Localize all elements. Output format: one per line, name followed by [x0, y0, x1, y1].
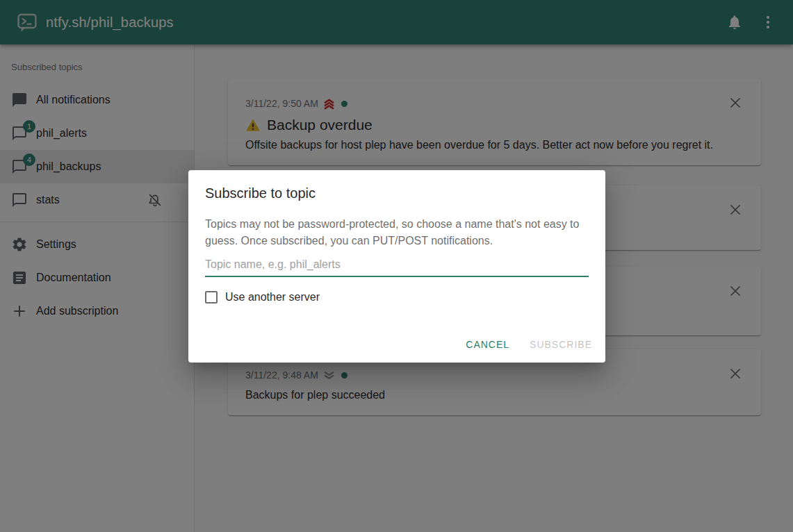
- dialog-description: Topics may not be password-protected, so…: [205, 216, 589, 249]
- dialog-actions: CANCEL SUBSCRIBE: [188, 333, 605, 363]
- use-another-server-checkbox-row[interactable]: Use another server: [205, 291, 589, 304]
- subscribe-dialog: Subscribe to topic Topics may not be pas…: [188, 170, 605, 363]
- dialog-title: Subscribe to topic: [205, 185, 589, 201]
- checkbox-unchecked-icon[interactable]: [205, 291, 218, 304]
- checkbox-label: Use another server: [225, 291, 320, 304]
- cancel-button[interactable]: CANCEL: [458, 333, 517, 356]
- topic-name-input[interactable]: [205, 256, 589, 277]
- subscribe-button[interactable]: SUBSCRIBE: [522, 333, 600, 356]
